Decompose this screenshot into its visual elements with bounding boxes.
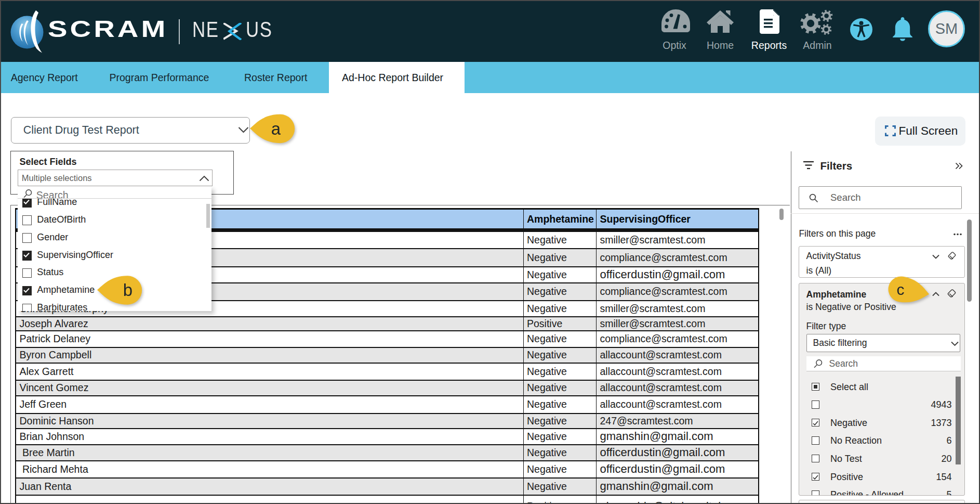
svg-text:c: c (897, 281, 905, 298)
svg-text:b: b (123, 280, 133, 300)
svg-text:a: a (271, 119, 281, 138)
